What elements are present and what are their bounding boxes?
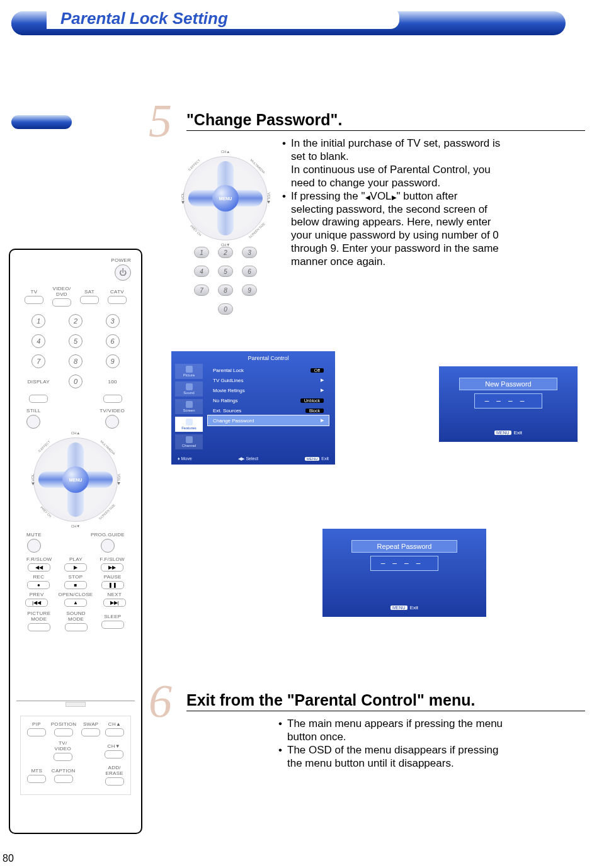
ff-button[interactable]: ▶▶ <box>101 563 123 572</box>
remote-dpad-vol-left: ◀ VOL <box>30 474 35 486</box>
dpad-menu-button[interactable]: MENU <box>212 185 239 211</box>
numpad: 1 2 3 4 5 6 7 8 9 0 <box>194 247 257 315</box>
step-5-number: 5 <box>149 94 172 148</box>
still-button[interactable] <box>26 415 40 429</box>
b2l1a: If pressing the " <box>291 190 365 202</box>
display-button[interactable] <box>29 395 48 403</box>
numpad-9[interactable]: 9 <box>242 285 257 296</box>
remote-dpad-prevch: PREV CH <box>40 505 52 518</box>
s6b2l1: The OSD of the menu disappears if pressi… <box>287 744 498 756</box>
chup-button[interactable] <box>105 728 124 736</box>
dpad-screensize: SCREEN SIZE <box>248 222 265 239</box>
remote-num-6[interactable]: 6 <box>106 334 120 348</box>
pause-label: PAUSE <box>104 574 122 580</box>
dpad-prevch: PREV CH <box>190 224 202 237</box>
page-number: 80 <box>3 853 14 864</box>
catv-label: CATV <box>110 289 124 295</box>
osd-side-features[interactable]: Features <box>175 417 203 432</box>
remote-menu-button[interactable]: MENU <box>62 466 89 493</box>
osd-side-screen[interactable]: Screen <box>175 399 203 414</box>
osd-row-change-password[interactable]: Change Password ▶ <box>208 415 329 426</box>
caption-button[interactable] <box>54 775 73 783</box>
page-title: Parental Lock Setting <box>60 9 228 28</box>
video-dvd-button[interactable] <box>52 298 71 307</box>
power-button[interactable]: ⏻ <box>115 264 131 281</box>
tvvideo2-button[interactable] <box>54 753 72 761</box>
step-5: 5 "Change Password". CH▲ CH▼ ◀ VOL VOL ▶… <box>152 111 585 315</box>
hundred-button[interactable] <box>103 395 122 403</box>
picmode-button[interactable] <box>28 623 50 631</box>
osd-row-parental-lock[interactable]: Parental Lock Off <box>208 365 329 375</box>
remote-divider <box>16 701 135 707</box>
remote-num-0[interactable]: 0 <box>69 375 83 388</box>
osd-row-movie-ratings[interactable]: Movie Retings ▶ <box>208 385 329 395</box>
remote-dpad-screensize: SCREEN SIZE <box>98 503 115 520</box>
soundmode-button[interactable] <box>65 623 88 631</box>
remote-dpad-vol-right: VOL ▶ <box>117 474 121 485</box>
osd-side-channel[interactable]: Channel <box>175 434 203 449</box>
ffslow-label: F.F/SLOW <box>100 556 125 562</box>
remote-num-9[interactable]: 9 <box>106 354 120 368</box>
adderase-button[interactable] <box>105 777 124 786</box>
caption-label: CAPTION <box>52 768 76 774</box>
remote-num-7[interactable]: 7 <box>31 354 45 368</box>
numpad-2[interactable]: 2 <box>218 247 233 258</box>
osd-row-tv-guidlines[interactable]: TV GuidLines ▶ <box>208 375 329 385</box>
s6b2l2: the menu button until it disappears. <box>287 757 454 769</box>
b2l5: through 9. Enter your password in the sa… <box>291 242 499 254</box>
mute-button[interactable] <box>27 539 41 553</box>
display-label: DISPLAY <box>28 379 50 385</box>
play-button[interactable]: ▶ <box>64 563 87 572</box>
openclose-button[interactable]: ▲ <box>64 599 87 607</box>
next-button[interactable]: ▶▶| <box>103 599 126 607</box>
remote-lower-block: PIP POSITION SWAP CH▲ TV/ VIDEO CH▼ MTS … <box>20 716 131 795</box>
chdown-button[interactable] <box>105 750 123 758</box>
remote-num-8[interactable]: 8 <box>69 354 83 368</box>
b2l2: selecting password, the second screen of <box>291 203 487 215</box>
sat-label: SAT <box>84 289 94 295</box>
remote-num-1[interactable]: 1 <box>31 314 45 328</box>
osd-new-password: New Password –––– MENUExit <box>439 366 578 442</box>
mts-button[interactable] <box>27 775 46 783</box>
remote-num-3[interactable]: 3 <box>106 314 120 328</box>
prog-guide-button[interactable] <box>101 539 115 553</box>
stop-button[interactable]: ■ <box>64 581 87 589</box>
numpad-0[interactable]: 0 <box>218 303 233 315</box>
dpad-vol-right: VOL ▶ <box>266 193 271 204</box>
sat-button[interactable] <box>80 296 99 304</box>
left-triangle-icon: ◀ <box>365 194 370 201</box>
tv-button[interactable] <box>25 296 43 304</box>
numpad-6[interactable]: 6 <box>242 266 257 277</box>
remote-num-4[interactable]: 4 <box>31 334 45 348</box>
remote-num-5[interactable]: 5 <box>69 334 83 348</box>
b1l2: set to blank. <box>291 150 349 162</box>
frslow-label: F.R/SLOW <box>26 556 52 562</box>
numpad-3[interactable]: 3 <box>242 247 257 258</box>
osd-side-sound[interactable]: Sound <box>175 381 203 397</box>
numpad-5[interactable]: 5 <box>218 266 233 277</box>
swap-button[interactable] <box>81 728 100 736</box>
numpad-4[interactable]: 4 <box>194 266 209 277</box>
pip-button[interactable] <box>27 728 46 736</box>
prev-button[interactable]: |◀◀ <box>25 599 48 607</box>
arrow-right-icon: ▶ <box>321 388 324 393</box>
tvvideo-button[interactable] <box>105 415 119 429</box>
step-5-text: • In the initial purchase of TV set, pas… <box>282 137 585 315</box>
new-password-slots: –––– <box>475 394 542 408</box>
catv-button[interactable] <box>108 296 127 304</box>
osd-row-no-ratings[interactable]: No Ratings Unblock <box>208 395 329 405</box>
rewind-button[interactable]: ◀◀ <box>28 563 50 572</box>
numpad-7[interactable]: 7 <box>194 285 209 296</box>
position-button[interactable] <box>54 728 73 736</box>
numpad-1[interactable]: 1 <box>194 247 209 258</box>
remote-dpad-multimedia: MULTIMEDIA <box>100 439 116 455</box>
osd-row-ext-sources[interactable]: Ext. Sources Block <box>208 405 329 415</box>
sleep-button[interactable] <box>101 621 124 629</box>
mute-label: MUTE <box>26 532 42 538</box>
numpad-8[interactable]: 8 <box>218 285 233 296</box>
osd-side-picture[interactable]: Picture <box>175 364 203 379</box>
remote-num-2[interactable]: 2 <box>69 314 83 328</box>
rec-button[interactable]: ● <box>27 581 50 589</box>
osd-footer: ♦ Move ◀▶ Select MENUExit <box>178 456 329 461</box>
pause-button[interactable]: ❚❚ <box>101 581 124 589</box>
